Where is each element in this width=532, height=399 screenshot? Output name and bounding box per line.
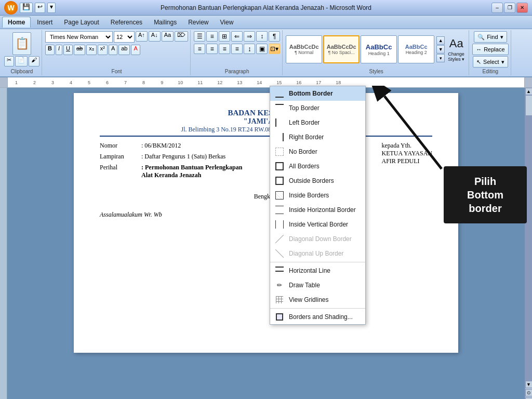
diag-down-icon: [274, 234, 285, 244]
scroll-next-page-button[interactable]: ⊙: [525, 389, 533, 396]
style-heading1[interactable]: AaBbCc Heading 1: [361, 35, 397, 63]
no-border-icon: [274, 147, 285, 157]
horizontal-line-label: Horizontal Line: [289, 267, 330, 274]
title-bar: W 💾 ↩ ▾ Permohonan Bantuan Perlengkapan …: [0, 0, 532, 16]
tab-page-layout[interactable]: Page Layout: [59, 17, 104, 28]
inside-h-border-item[interactable]: Inside Horizontal Border: [270, 203, 365, 217]
bold-button[interactable]: B: [45, 45, 55, 55]
borders-shading-item[interactable]: Borders and Shading...: [270, 310, 365, 324]
ribbon-tabs: Home Insert Page Layout References Maili…: [0, 16, 532, 29]
styles-scroll-down[interactable]: ▼: [436, 45, 445, 54]
font-size-select[interactable]: 12: [114, 31, 135, 43]
align-left-button[interactable]: ≡: [194, 44, 205, 54]
style-heading2[interactable]: AaBbCc Heading 2: [398, 35, 434, 63]
restore-button[interactable]: ❐: [504, 3, 515, 13]
left-border-icon: [274, 117, 285, 128]
borders-button[interactable]: ⊡▾: [269, 44, 280, 54]
close-button[interactable]: ✕: [516, 3, 528, 13]
scroll-thumb[interactable]: [525, 95, 533, 116]
sort-button[interactable]: ↕: [256, 31, 268, 42]
numbering-button[interactable]: ≡: [206, 31, 218, 42]
font-name-select[interactable]: Times New Roman: [45, 31, 113, 43]
all-borders-item[interactable]: All Borders: [270, 159, 365, 174]
tab-mailings[interactable]: Mailings: [149, 17, 182, 28]
format-painter-button[interactable]: 🖌: [29, 56, 39, 66]
style-no-spacing[interactable]: AaBbCcDc ¶ No Spaci...: [323, 35, 360, 63]
style-heading1-label: Heading 1: [368, 51, 390, 56]
select-button[interactable]: ↖ Select▾: [473, 56, 508, 68]
find-button[interactable]: 🔍 Find▾: [474, 31, 507, 43]
minimize-button[interactable]: –: [491, 3, 503, 13]
styles-scroll-up[interactable]: ▲: [436, 36, 445, 45]
increase-indent-button[interactable]: ⇒: [244, 31, 255, 42]
scroll-down-button[interactable]: ▼: [525, 381, 533, 388]
text-effects-button[interactable]: A: [109, 45, 117, 55]
copy-button[interactable]: 📄: [15, 56, 28, 66]
tab-review[interactable]: Review: [183, 17, 214, 28]
top-border-item[interactable]: Top Border: [270, 101, 365, 115]
replace-label: Replace: [484, 46, 504, 52]
diag-up-item: Diagonal Up Border: [270, 246, 365, 261]
paste-button[interactable]: 📋: [12, 32, 31, 55]
doc-left-fields: Nomor : 06/BKM/2012 Lampiran : Daftar Pe…: [100, 142, 242, 182]
all-borders-icon: [274, 161, 285, 171]
change-styles-icon: Aa: [449, 37, 463, 50]
horizontal-line-item[interactable]: Horizontal Line: [270, 263, 365, 278]
superscript-button[interactable]: x²: [98, 45, 108, 55]
right-border-item[interactable]: Right Border: [270, 130, 365, 144]
annotation-box: PilihBottomborder: [444, 166, 527, 223]
highlight-button[interactable]: ab: [118, 45, 130, 55]
quick-save[interactable]: 💾: [20, 3, 33, 13]
tab-view[interactable]: View: [215, 17, 239, 28]
bullets-button[interactable]: ☰: [194, 31, 205, 42]
line-spacing-button[interactable]: ↨: [244, 44, 255, 54]
align-right-button[interactable]: ≡: [219, 44, 230, 54]
editing-group: 🔍 Find▾ ↔ Replace ↖ Select▾ Editing: [470, 30, 511, 75]
font-color-button[interactable]: A: [131, 45, 140, 55]
view-gridlines-item[interactable]: View Gridlines: [270, 292, 365, 307]
grow-font-button[interactable]: A↑: [136, 31, 148, 42]
style-normal[interactable]: AaBbCcDc ¶ Normal: [286, 35, 322, 63]
lampiran-label: Lampiran: [100, 153, 141, 161]
show-marks-button[interactable]: ¶: [269, 31, 280, 42]
styles-more[interactable]: ▾: [436, 54, 445, 62]
decrease-indent-button[interactable]: ⇐: [231, 31, 243, 42]
italic-button[interactable]: I: [56, 45, 62, 55]
multilevel-list-button[interactable]: ⊞: [219, 31, 230, 42]
scroll-track[interactable]: [525, 95, 533, 381]
inside-h-border-label: Inside Horizontal Border: [289, 206, 356, 214]
underline-button[interactable]: U: [63, 45, 73, 55]
style-no-spacing-preview: AaBbCcDc: [327, 44, 356, 50]
quick-undo[interactable]: ↩: [35, 3, 45, 13]
bottom-border-icon: [274, 88, 285, 99]
left-border-item[interactable]: Left Border: [270, 115, 365, 130]
scroll-up-button[interactable]: ▲: [525, 88, 533, 95]
clipboard-buttons: 📋 ✂ 📄 🖌: [4, 31, 39, 68]
justify-button[interactable]: ≡: [231, 44, 243, 54]
tab-home[interactable]: Home: [2, 17, 31, 28]
shrink-font-button[interactable]: A↓: [149, 31, 161, 42]
perihal-value: : Permohonan Bantuan Perlengkapan Alat K…: [141, 164, 242, 179]
no-border-item[interactable]: No Border: [270, 144, 365, 159]
change-styles-label: ChangeStyles ▾: [448, 51, 464, 62]
title-bar-left: W 💾 ↩ ▾: [4, 1, 56, 15]
inside-borders-item[interactable]: Inside Borders: [270, 188, 365, 203]
font-format-button[interactable]: Aa: [162, 31, 174, 42]
strikethrough-button[interactable]: ab: [74, 45, 85, 55]
clear-format-button[interactable]: ⌦: [175, 31, 188, 42]
quick-dropdown[interactable]: ▾: [47, 3, 56, 13]
shading-button[interactable]: ▣: [256, 44, 268, 54]
replace-button[interactable]: ↔ Replace: [472, 44, 508, 55]
cut-button[interactable]: ✂: [4, 56, 14, 66]
change-styles-button[interactable]: Aa ChangeStyles ▾: [446, 35, 467, 64]
align-center-button[interactable]: ≡: [206, 44, 218, 54]
inside-v-border-item[interactable]: Inside Vertical Border: [270, 217, 365, 232]
search-icon: 🔍: [477, 34, 485, 41]
horizontal-line-icon: [274, 265, 285, 276]
subscript-button[interactable]: x₂: [86, 45, 97, 55]
outside-borders-item[interactable]: Outside Borders: [270, 174, 365, 188]
tab-insert[interactable]: Insert: [32, 17, 58, 28]
bottom-border-item[interactable]: Bottom Border: [270, 86, 365, 101]
draw-table-item[interactable]: ✏ Draw Table: [270, 278, 365, 292]
tab-references[interactable]: References: [105, 17, 148, 28]
